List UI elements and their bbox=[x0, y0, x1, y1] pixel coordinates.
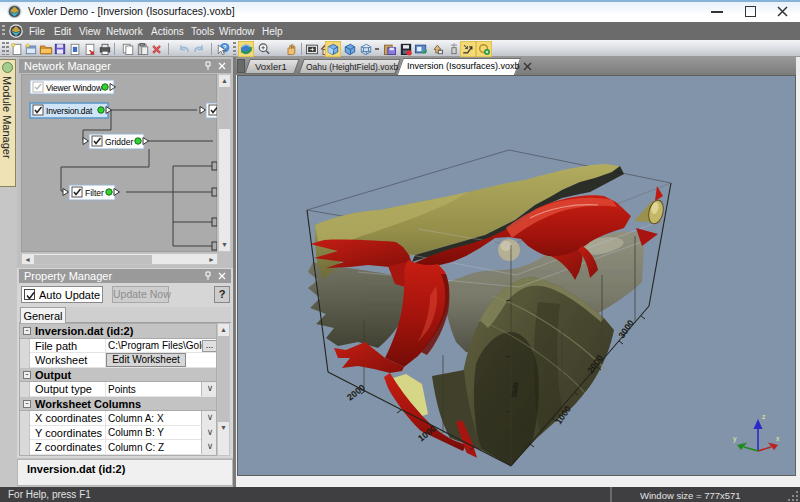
svg-text:Filter: Filter bbox=[85, 188, 104, 198]
svg-text:Inversion.dat: Inversion.dat bbox=[46, 106, 93, 116]
svg-text:3000: 3000 bbox=[616, 318, 636, 340]
svg-text:Gridder: Gridder bbox=[105, 137, 134, 147]
svg-text:z: z bbox=[762, 413, 766, 420]
svg-text:Viewer Window: Viewer Window bbox=[46, 83, 103, 93]
svg-text:x: x bbox=[776, 435, 780, 442]
svg-text:y: y bbox=[733, 435, 737, 443]
